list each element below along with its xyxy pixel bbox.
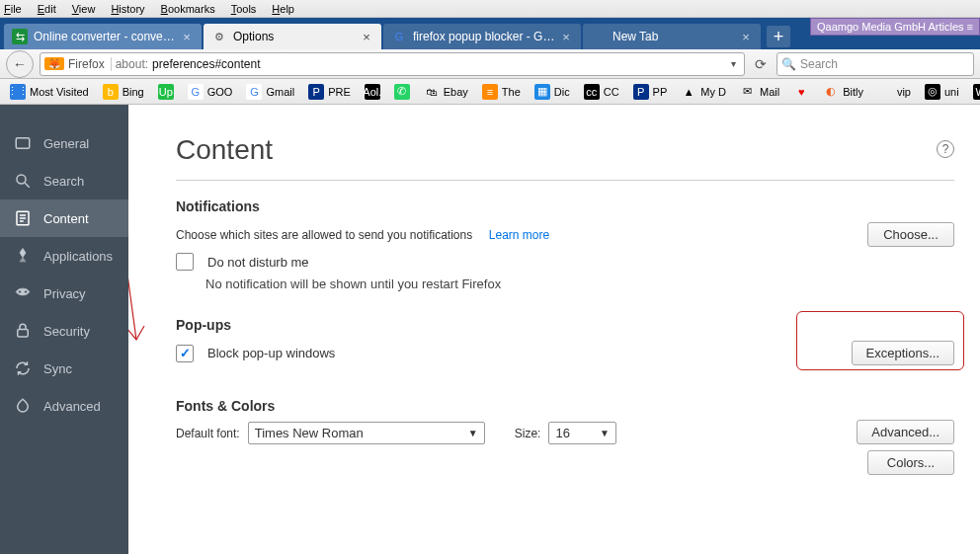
block-popups-label: Block pop-up windows [207,346,335,360]
search-icon [14,172,32,190]
bookmark-favicon: ◎ [925,84,940,100]
sidebar-item-privacy[interactable]: Privacy [0,275,128,312]
bookmark-favicon: ⋮⋮ [10,84,26,100]
font-size-label: Size: [515,427,541,440]
url-value: preferences#content [152,57,723,71]
menu-file[interactable]: File [4,3,22,15]
bookmark-favicon: ≡ [482,84,498,100]
bookmark-item[interactable]: ◐Bitly [817,82,869,102]
bookmark-item[interactable]: ✆ [388,82,416,102]
menu-edit[interactable]: Edit [38,3,56,15]
tab[interactable]: New Tab× [583,24,761,49]
menu-view[interactable]: View [72,3,96,15]
learn-more-link[interactable]: Learn more [489,228,549,242]
bookmark-item[interactable]: ♥ [787,82,815,102]
sidebar-item-label: Applications [43,249,113,264]
tab-title: firefox popup blocker - Goo... [413,30,555,43]
fonts-section: Fonts & Colors Default font: Times New R… [176,398,954,467]
bookmark-item[interactable]: bBing [97,82,150,102]
advanced-icon [14,397,32,415]
close-icon[interactable]: × [180,30,194,43]
bookmark-favicon: P [633,84,649,100]
close-icon[interactable]: × [360,30,373,43]
bookmark-favicon: Aol. [365,84,380,100]
tab[interactable]: ⚙Options× [204,24,381,49]
svg-line-10 [128,122,136,340]
notifications-desc: Choose which sites are allowed to send y… [176,228,472,242]
menu-bookmarks[interactable]: Bookmarks [161,3,215,15]
bookmark-favicon: Up [158,84,174,100]
bookmark-item[interactable]: ◎uni [919,82,965,102]
close-icon[interactable]: × [559,30,573,43]
help-icon[interactable]: ? [937,140,954,158]
sidebar-item-general[interactable]: General [0,124,128,162]
fonts-advanced-button[interactable]: Advanced... [857,420,954,444]
bookmark-item[interactable]: ccCC [578,82,625,102]
bookmark-item[interactable]: GGmail [240,82,300,102]
close-icon[interactable]: × [739,30,753,43]
do-not-disturb-hint: No notification will be shown until you … [205,277,954,291]
tab[interactable]: Gfirefox popup blocker - Goo...× [383,24,581,49]
svg-point-8 [25,290,28,293]
bookmark-item[interactable]: ▲My D [675,82,732,102]
sidebar-item-content[interactable]: Content [0,199,128,237]
reload-button[interactable]: ⟳ [751,56,771,72]
bookmark-label: PP [653,86,668,98]
bookmark-item[interactable]: ⋮⋮Most Visited [4,82,95,102]
url-bar[interactable]: 🦊 Firefox about:preferences#content ▾ [40,52,745,76]
sidebar-item-sync[interactable]: Sync [0,350,128,387]
preferences-content-panel: Content ? Notifications Choose which sit… [128,105,980,554]
menu-bar: FileEditViewHistoryBookmarksToolsHelp [0,0,980,18]
sync-icon [14,359,32,377]
bookmark-item[interactable]: PPRE [302,82,357,102]
extension-overlay-badge[interactable]: Qaamgo Media GmbH Articles ≡ [810,18,980,36]
menu-tools[interactable]: Tools [231,3,257,15]
popups-heading: Pop-ups [176,317,954,333]
bookmark-item[interactable]: vip [871,82,917,102]
menu-history[interactable]: History [111,3,144,15]
bookmark-label: Bing [122,86,144,98]
sidebar-item-advanced[interactable]: Advanced [0,387,128,425]
apps-icon [14,247,32,265]
bookmark-item[interactable]: ≡The [476,82,527,102]
sidebar-item-security[interactable]: Security [0,312,128,350]
bookmark-label: Gmail [266,86,294,98]
default-font-value: Times New Roman [255,426,364,440]
bookmark-item[interactable]: Up [152,82,180,102]
bookmark-item[interactable]: PPP [627,82,674,102]
sidebar-item-applications[interactable]: Applications [0,237,128,275]
url-dropdown-icon[interactable]: ▾ [731,58,736,69]
bookmark-item[interactable]: Aol. [359,82,386,102]
bookmark-item[interactable]: ✉Mail [734,82,785,102]
default-font-select[interactable]: Times New Roman ▼ [248,422,485,444]
choose-button[interactable]: Choose... [867,222,954,247]
bookmark-favicon [877,84,893,100]
bookmark-item[interactable]: 🛍Ebay [418,82,474,102]
colors-button[interactable]: Colors... [867,450,954,475]
main-area: GeneralSearchContentApplicationsPrivacyS… [0,105,980,554]
tab[interactable]: ⇆Online converter - convert ...× [4,24,202,49]
bookmark-label: Dic [554,86,570,98]
bookmark-item[interactable]: GGOO [182,82,239,102]
svg-line-2 [25,183,30,188]
block-popups-checkbox[interactable] [176,345,194,362]
sidebar-item-label: Advanced [43,399,101,414]
bookmark-label: Ebay [444,86,468,98]
do-not-disturb-checkbox[interactable] [176,253,194,271]
bookmark-label: Most Visited [30,86,89,98]
back-button[interactable]: ← [6,50,34,78]
sidebar-item-search[interactable]: Search [0,162,128,199]
annotation-arrow [128,122,156,359]
bookmark-item[interactable]: WWC [967,82,980,102]
bookmark-favicon: b [103,84,119,100]
bookmark-label: vip [897,86,911,98]
bookmark-label: Bitly [843,86,863,98]
search-box[interactable]: 🔍 Search [776,52,974,76]
exceptions-button[interactable]: Exceptions... [852,341,954,365]
bookmark-favicon: 🛍 [424,84,440,100]
new-tab-button[interactable]: + [767,26,790,47]
menu-help[interactable]: Help [272,3,294,15]
bookmark-item[interactable]: ▦Dic [529,82,576,102]
font-size-select[interactable]: 16 ▼ [548,422,615,444]
security-icon [14,322,32,340]
